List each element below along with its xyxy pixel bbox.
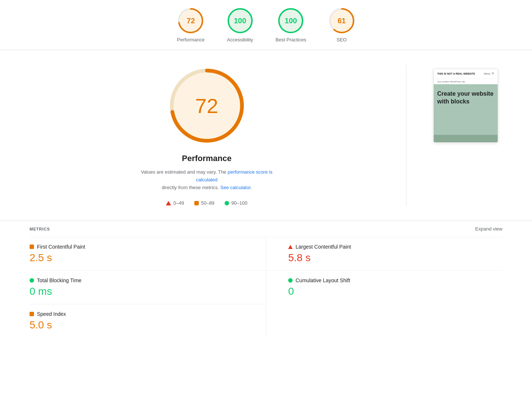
screenshot-hero-text: Create your website with blocks — [437, 90, 494, 106]
green-circle-icon — [30, 278, 34, 283]
legend-item-green: 90–100 — [225, 200, 247, 206]
score-circle-performance: 72 — [177, 7, 204, 34]
screenshot-hero-bottom — [434, 135, 498, 142]
legend-range-2: 50–89 — [201, 200, 214, 206]
score-item-best-practices[interactable]: 100 Best Practices — [276, 7, 306, 42]
green-circle-icon — [225, 201, 229, 205]
score-item-accessibility[interactable]: 100 Accessibility — [227, 7, 253, 42]
metric-largest-contentful-paint: Largest Contentful Paint 5.8 s — [266, 237, 502, 270]
metric-cumulative-layout-shift: Cumulative Layout Shift 0 — [266, 270, 502, 304]
metric-total-blocking-time: Total Blocking Time 0 ms — [30, 270, 266, 304]
screenshot-header: THIS IS NOT A REAL WEBSITE Menu ☰ — [434, 69, 498, 79]
screenshot-site-title: THIS IS NOT A REAL WEBSITE — [437, 72, 475, 76]
screenshot-hero: Create your website with blocks — [434, 84, 498, 135]
metric-si-label: Speed Index — [37, 311, 66, 317]
legend-item-red: 0–49 — [166, 200, 184, 206]
orange-square-icon — [30, 245, 34, 249]
metrics-title: METRICS — [30, 227, 50, 231]
perf-title: Performance — [182, 154, 232, 163]
vertical-divider — [406, 65, 406, 206]
metric-cls-header: Cumulative Layout Shift — [288, 277, 502, 283]
score-circle-accessibility: 100 — [227, 7, 253, 34]
main-gauge: 72 — [166, 65, 248, 146]
scores-bar: 72 Performance 100 Accessibility 100 Bes… — [0, 0, 532, 50]
metric-fcp-header: First Contentful Paint — [30, 244, 243, 250]
metric-cls-label: Cumulative Layout Shift — [296, 277, 350, 283]
score-item-seo[interactable]: 61 SEO — [328, 7, 355, 42]
accessibility-label: Accessibility — [227, 37, 253, 42]
metric-first-contentful-paint: First Contentful Paint 2.5 s — [30, 237, 266, 270]
legend-item-orange: 50–89 — [194, 200, 214, 206]
metric-lcp-label: Largest Contentful Paint — [296, 244, 351, 250]
metrics-header: METRICS Expand view — [30, 221, 502, 237]
score-circle-seo: 61 — [328, 7, 355, 34]
main-content: 72 Performance Values are estimated and … — [0, 50, 532, 221]
expand-view-button[interactable]: Expand view — [475, 226, 502, 232]
screenshot-menu: Menu ☰ — [484, 72, 494, 75]
website-screenshot: THIS IS NOT A REAL WEBSITE Menu ☰ Just a… — [433, 69, 498, 143]
legend-range-3: 90–100 — [231, 200, 247, 206]
main-gauge-score: 72 — [195, 94, 218, 118]
best-practices-score-num: 100 — [285, 17, 297, 24]
metric-speed-index: Speed Index 5.0 s — [30, 304, 266, 338]
legend-range-1: 0–49 — [173, 200, 184, 206]
menu-hamburger-icon: ☰ — [492, 72, 494, 75]
legend: 0–49 50–89 90–100 — [166, 200, 247, 206]
red-triangle-icon — [166, 201, 171, 205]
score-circle-best-practices: 100 — [277, 7, 304, 34]
accessibility-score-num: 100 — [234, 17, 246, 24]
metrics-section: METRICS Expand view First Contentful Pai… — [0, 221, 532, 338]
metric-cls-value: 0 — [288, 286, 502, 297]
performance-label: Performance — [177, 37, 204, 42]
metrics-grid: First Contentful Paint 2.5 s Largest Con… — [30, 237, 502, 338]
right-panel: THIS IS NOT A REAL WEBSITE Menu ☰ Just a… — [429, 65, 502, 206]
metric-lcp-value: 5.8 s — [288, 252, 502, 264]
best-practices-label: Best Practices — [276, 37, 306, 42]
metric-fcp-value: 2.5 s — [30, 252, 243, 264]
metric-tbt-header: Total Blocking Time — [30, 277, 243, 283]
red-triangle-icon — [288, 245, 293, 249]
left-panel: 72 Performance Values are estimated and … — [30, 65, 384, 206]
calculator-link[interactable]: See calculator. — [220, 185, 252, 190]
metric-tbt-value: 0 ms — [30, 286, 243, 297]
perf-desc: Values are estimated and may vary. The p… — [137, 168, 277, 191]
performance-score-num: 72 — [187, 17, 195, 24]
metric-fcp-label: First Contentful Paint — [37, 244, 85, 250]
orange-square-icon — [194, 201, 199, 205]
metric-tbt-label: Total Blocking Time — [37, 277, 82, 283]
seo-score-num: 61 — [338, 17, 346, 24]
orange-square-icon — [30, 312, 34, 316]
metric-lcp-header: Largest Contentful Paint — [288, 244, 502, 250]
metric-si-header: Speed Index — [30, 311, 243, 317]
score-item-performance[interactable]: 72 Performance — [177, 7, 204, 42]
metric-si-value: 5.0 s — [30, 319, 243, 331]
screenshot-subtitle: Just another WordPress site — [434, 79, 498, 84]
seo-label: SEO — [337, 37, 347, 42]
green-circle-icon — [288, 278, 293, 283]
